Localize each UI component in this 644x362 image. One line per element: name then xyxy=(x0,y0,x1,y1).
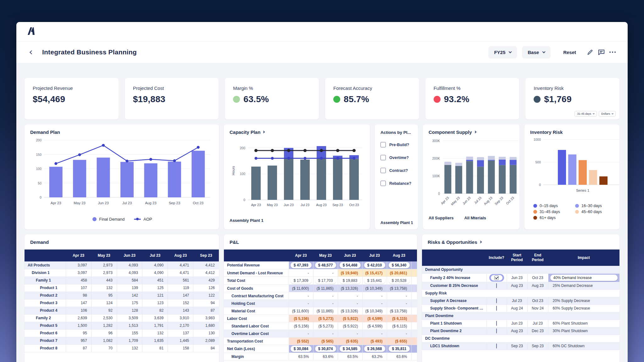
cell[interactable]: 139 xyxy=(117,284,142,292)
cell[interactable]: 957 xyxy=(66,337,91,344)
cell[interactable]: 1,709 xyxy=(117,337,142,344)
checkbox-contract[interactable] xyxy=(380,168,386,173)
include-cell[interactable] xyxy=(486,320,507,327)
start-period-cell[interactable]: Aug 24 xyxy=(507,304,527,312)
cell[interactable]: 2,639 xyxy=(66,314,91,322)
cell[interactable]: - xyxy=(289,300,313,307)
cell[interactable]: $ 47,393 xyxy=(289,261,313,269)
cell[interactable]: 4,090 xyxy=(142,261,168,269)
start-period-cell[interactable]: Aug 23 xyxy=(507,282,527,289)
cell[interactable]: 3,910 xyxy=(168,314,193,322)
cell[interactable]: 130 xyxy=(193,329,219,337)
start-period-cell[interactable]: Sep 23 xyxy=(507,342,527,350)
cell[interactable]: ($ 565) xyxy=(313,337,338,345)
cell[interactable]: 4,471 xyxy=(168,269,193,277)
cell[interactable]: 1,635 xyxy=(142,337,168,344)
include-checkbox[interactable] xyxy=(496,298,497,303)
include-checkbox[interactable] xyxy=(496,343,497,348)
cell[interactable]: 1,791 xyxy=(142,322,168,329)
cell[interactable]: ($ 635) xyxy=(338,337,362,345)
cell[interactable]: 82 xyxy=(142,307,168,314)
cell[interactable]: 137 xyxy=(168,329,193,337)
cell[interactable]: 584 xyxy=(117,277,142,284)
risks-table-title-link[interactable]: Risks & Opportunities xyxy=(422,239,487,245)
cell[interactable]: $ 30,084 xyxy=(289,345,313,353)
impact-cell[interactable]: 40% Demand Increase xyxy=(548,273,619,282)
cell[interactable]: ($ 552) xyxy=(289,337,313,345)
cell[interactable]: ($ 4,599) xyxy=(362,322,387,330)
end-period-cell[interactable]: Jul 23 xyxy=(527,320,548,327)
cell[interactable]: 107 xyxy=(66,284,91,292)
cell[interactable]: 87 xyxy=(193,307,219,314)
cell[interactable]: 2,973 xyxy=(91,261,117,269)
include-checkbox[interactable] xyxy=(496,306,497,311)
cell[interactable]: 63.2% xyxy=(362,353,387,360)
cell[interactable]: $ 42,010 xyxy=(362,261,387,269)
cell[interactable]: - xyxy=(362,300,387,307)
cell[interactable]: 132 xyxy=(117,344,142,352)
include-cell[interactable] xyxy=(486,342,507,350)
checkbox-overtime[interactable] xyxy=(380,155,386,160)
reset-button[interactable]: Reset xyxy=(563,50,576,55)
cell[interactable]: 119 xyxy=(168,284,193,292)
cell[interactable]: - xyxy=(387,292,411,300)
cell[interactable]: - xyxy=(338,292,362,300)
cell[interactable]: 429 xyxy=(193,277,219,284)
include-checkbox[interactable] xyxy=(496,328,497,333)
cell[interactable]: ($ 13,758) xyxy=(387,307,411,315)
cell[interactable]: ($ 5,273) xyxy=(313,322,338,330)
cell[interactable]: - xyxy=(313,269,338,277)
cell[interactable]: 92 xyxy=(91,307,117,314)
cell[interactable]: - xyxy=(387,300,411,307)
cell[interactable]: 123 xyxy=(142,299,168,307)
cell[interactable]: 143 xyxy=(168,307,193,314)
include-checkbox[interactable] xyxy=(496,283,497,288)
cell[interactable]: ($ 19,940) xyxy=(338,269,362,277)
cell[interactable]: 63.5% xyxy=(338,353,362,360)
cell[interactable]: 1,282 xyxy=(91,322,117,329)
cell[interactable]: 96 xyxy=(91,329,117,337)
cell[interactable]: - xyxy=(362,330,387,337)
cell[interactable]: ($ 5,273) xyxy=(313,315,338,322)
end-period-cell[interactable]: Dec 23 xyxy=(527,327,548,335)
cell[interactable]: - xyxy=(289,330,313,337)
kpi-mini-select-dollars[interactable]: Dollars xyxy=(599,111,616,117)
checkbox-rebalance[interactable] xyxy=(380,181,386,186)
cell[interactable]: 3,639 xyxy=(142,314,168,322)
cell[interactable]: 124 xyxy=(91,299,117,307)
include-cell[interactable] xyxy=(486,304,507,312)
cell[interactable]: 63.5% xyxy=(289,353,313,360)
cell[interactable]: 3,097 xyxy=(66,261,91,269)
end-period-cell[interactable]: Oct 23 xyxy=(527,297,548,304)
cell[interactable]: 95 xyxy=(91,292,117,299)
cell[interactable]: - xyxy=(313,330,338,337)
cell[interactable]: - xyxy=(289,292,313,300)
cell[interactable]: 1,680 xyxy=(193,322,219,329)
cell[interactable]: ($ 5,922) xyxy=(338,322,362,330)
capacity-plan-title-link[interactable]: Capacity Plan xyxy=(230,129,264,135)
cell[interactable]: 122 xyxy=(193,292,219,299)
cell[interactable]: 4,093 xyxy=(117,261,142,269)
cell[interactable]: 3,509 xyxy=(117,314,142,322)
cell[interactable]: 106 xyxy=(66,307,91,314)
scenario-selector[interactable]: Base xyxy=(522,46,551,58)
cell[interactable]: 4,471 xyxy=(168,261,193,269)
cell[interactable]: 561 xyxy=(168,277,193,284)
cell[interactable]: 1,500 xyxy=(66,322,91,329)
edit-button[interactable] xyxy=(584,47,596,58)
cell[interactable]: 2,170 xyxy=(168,322,193,329)
cell[interactable]: 443 xyxy=(91,277,117,284)
cell[interactable]: - xyxy=(338,300,362,307)
cell[interactable]: 1,082 xyxy=(91,337,117,344)
cell[interactable]: 87 xyxy=(66,344,91,352)
cell[interactable]: $ 15,441 xyxy=(362,277,387,285)
cell[interactable]: $ 20,528 xyxy=(387,277,411,285)
cell[interactable]: 3,983 xyxy=(193,314,219,322)
impact-cell[interactable]: 60% Plant Shutdown xyxy=(548,320,619,327)
cell[interactable]: $ 19,883 xyxy=(338,277,362,285)
start-period-cell[interactable]: Jun 23 xyxy=(507,273,527,282)
cell[interactable]: 95 xyxy=(66,329,91,337)
cell[interactable]: 142 xyxy=(117,292,142,299)
cell[interactable]: $ 26,568 xyxy=(362,345,387,353)
cell[interactable]: 4,093 xyxy=(117,269,142,277)
